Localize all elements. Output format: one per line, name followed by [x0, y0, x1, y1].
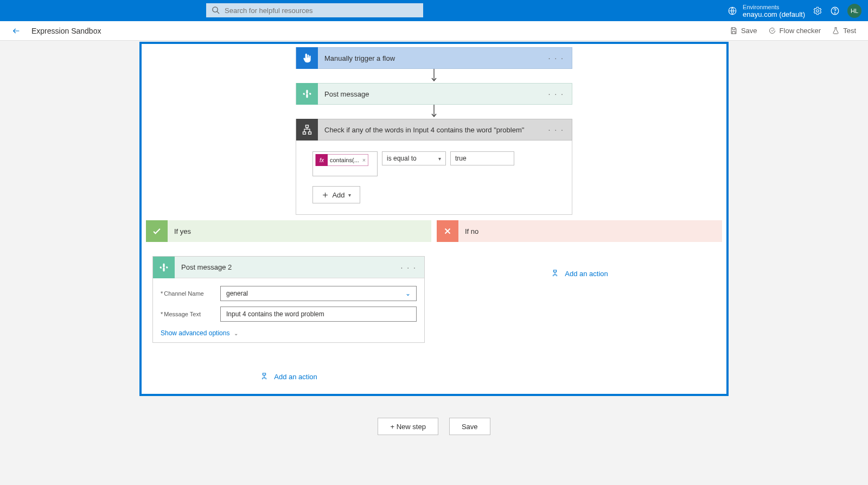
if-yes-title: If yes [168, 227, 191, 235]
chevron-down-icon: ▾ [438, 156, 441, 162]
check-icon [146, 220, 168, 242]
condition-menu-icon[interactable]: · · · [541, 125, 572, 134]
search-container [206, 3, 423, 17]
condition-value-input[interactable]: true [450, 151, 514, 165]
flow-checker-label: Flow checker [780, 27, 821, 35]
avatar[interactable]: HL [847, 4, 861, 18]
svg-rect-16 [554, 270, 557, 272]
trigger-menu-icon[interactable]: · · · [541, 54, 572, 62]
channel-name-select[interactable]: general ⌄ [220, 286, 417, 301]
post-message-2-card: Post message 2 · · · Channel Name genera… [152, 256, 425, 343]
condition-operator-select[interactable]: is equal to ▾ [382, 151, 446, 165]
add-action-yes[interactable]: Add an action [152, 369, 425, 384]
post-message-2-menu-icon[interactable]: · · · [393, 263, 424, 272]
operator-value: is equal to [387, 155, 417, 162]
flow-canvas: Manually trigger a flow · · · Post messa… [139, 42, 729, 396]
add-action-yes-label: Add an action [274, 373, 317, 381]
svg-point-5 [834, 12, 835, 13]
condition-title: Check if any of the words in Input 4 con… [318, 126, 541, 134]
condition-icon [296, 119, 318, 141]
test-label: Test [843, 27, 856, 35]
x-icon [437, 220, 458, 242]
post-message-2-title: Post message 2 [175, 263, 393, 271]
chevron-down-icon: ⌄ [234, 330, 238, 336]
if-yes-branch: If yes Post message 2 · · · [146, 220, 431, 390]
environment-picker[interactable]: Environments enayu.com (default) [727, 4, 805, 18]
environment-icon [727, 6, 737, 16]
remove-token-icon[interactable]: × [362, 157, 366, 163]
flow-checker-button[interactable]: Flow checker [768, 27, 821, 35]
connector-arrow [430, 69, 438, 83]
search-icon [212, 6, 220, 14]
trigger-step[interactable]: Manually trigger a flow · · · [296, 47, 572, 69]
slack-icon [296, 83, 318, 105]
add-condition-button[interactable]: Add ▾ [312, 186, 360, 203]
condition-left-operand[interactable]: fx contains(... × [312, 151, 378, 176]
channel-name-label: Channel Name [161, 290, 220, 297]
chevron-down-icon: ▾ [348, 192, 351, 198]
condition-body: fx contains(... × is equal to ▾ true [296, 141, 572, 215]
page-title: Expression Sandbox [31, 27, 101, 35]
save-button[interactable]: Save [730, 27, 757, 35]
svg-rect-8 [306, 125, 309, 127]
condition-value: true [455, 155, 467, 162]
add-label: Add [332, 191, 344, 199]
svg-rect-13 [263, 373, 266, 375]
message-text-label: Message Text [161, 311, 220, 317]
trigger-title: Manually trigger a flow [318, 54, 541, 62]
environment-label: Environments [743, 4, 805, 11]
save-flow-button[interactable]: Save [449, 418, 490, 435]
manual-trigger-icon [296, 47, 318, 69]
top-header: Environments enayu.com (default) HL [0, 0, 868, 21]
chevron-down-icon: ⌄ [405, 290, 411, 297]
condition-step[interactable]: Check if any of the words in Input 4 con… [296, 119, 572, 141]
footer-buttons: + New step Save [0, 418, 868, 435]
if-no-header[interactable]: If no [437, 220, 722, 242]
post-message-step[interactable]: Post message · · · [296, 83, 572, 105]
page-toolbar: Expression Sandbox Save Flow checker Tes… [0, 21, 868, 41]
svg-rect-10 [309, 132, 311, 134]
show-advanced-options[interactable]: Show advanced options ⌄ [161, 329, 238, 337]
test-button[interactable]: Test [832, 27, 856, 35]
expression-token[interactable]: fx contains(... × [315, 154, 368, 166]
svg-rect-9 [303, 132, 306, 134]
svg-line-1 [217, 11, 219, 14]
message-text-input[interactable]: Input 4 contains the word problem [220, 307, 417, 322]
slack-icon [153, 257, 175, 278]
search-input[interactable] [206, 3, 423, 17]
message-text-value: Input 4 contains the word problem [226, 310, 324, 318]
svg-point-3 [816, 9, 819, 12]
if-yes-header[interactable]: If yes [146, 220, 431, 242]
back-arrow-icon[interactable] [12, 27, 21, 35]
fx-icon: fx [316, 154, 328, 166]
channel-name-value: general [226, 290, 248, 297]
help-icon[interactable] [830, 6, 840, 16]
settings-icon[interactable] [813, 6, 822, 16]
new-step-button[interactable]: + New step [378, 418, 438, 435]
connector-arrow [430, 105, 438, 119]
svg-point-0 [213, 7, 218, 12]
post-message-2-header[interactable]: Post message 2 · · · [153, 257, 424, 278]
advanced-label: Show advanced options [161, 329, 229, 337]
post-message-title: Post message [318, 90, 541, 98]
token-text: contains(... [330, 157, 359, 163]
post-message-menu-icon[interactable]: · · · [541, 90, 572, 98]
add-action-no[interactable]: Add an action [551, 266, 608, 281]
if-no-title: If no [458, 227, 478, 235]
add-action-no-label: Add an action [565, 270, 608, 278]
environment-name: enayu.com (default) [743, 11, 805, 18]
save-label: Save [741, 27, 757, 35]
if-no-branch: If no Add an action [437, 220, 722, 390]
